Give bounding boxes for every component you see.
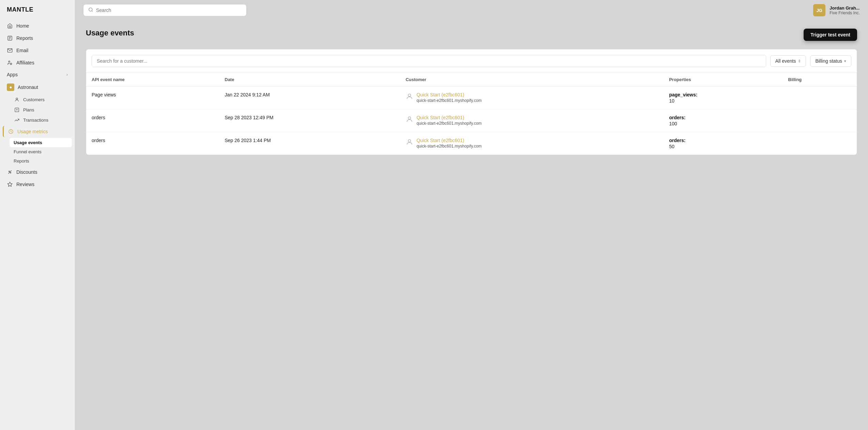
table-body: Page views Jan 22 2024 9:12 AM Quick Sta… bbox=[86, 87, 857, 155]
customer-info-2: Quick Start (e2fbc601) quick-start-e2fbc… bbox=[417, 138, 482, 149]
prop-key-2: orders: bbox=[669, 138, 777, 143]
astronaut-app-icon bbox=[7, 83, 14, 91]
sidebar-item-transactions[interactable]: Transactions bbox=[10, 115, 72, 125]
sidebar-item-email[interactable]: Email bbox=[3, 45, 72, 56]
sidebar-item-usage-metrics-label: Usage metrics bbox=[17, 129, 48, 134]
cell-date-0: Jan 22 2024 9:12 AM bbox=[219, 87, 400, 109]
sidebar-item-discounts-label: Discounts bbox=[16, 169, 37, 175]
svg-marker-16 bbox=[7, 182, 12, 186]
sidebar-item-reports-sub[interactable]: Reports bbox=[10, 156, 72, 166]
customer-domain-0: quick-start-e2fbc601.myshopify.com bbox=[417, 98, 482, 103]
table-head: API event name Date Customer Properties … bbox=[86, 73, 857, 87]
cell-billing-1 bbox=[783, 109, 857, 132]
sidebar-item-transactions-label: Transactions bbox=[23, 118, 48, 123]
plans-icon bbox=[14, 107, 20, 113]
customers-icon bbox=[14, 96, 20, 103]
cell-api-event-name-0: Page views bbox=[86, 87, 219, 109]
col-header-customer: Customer bbox=[400, 73, 664, 87]
prop-key-0: page_views: bbox=[669, 92, 777, 97]
customer-search-input[interactable] bbox=[92, 55, 766, 67]
sidebar-item-plans[interactable]: Plans bbox=[10, 105, 72, 115]
sidebar-nav: Home Reports Email Affiliates Apps › bbox=[0, 19, 75, 191]
sidebar-item-customers[interactable]: Customers bbox=[10, 94, 72, 105]
customer-info-1: Quick Start (e2fbc601) quick-start-e2fbc… bbox=[417, 115, 482, 126]
usage-sub-nav: Usage events Funnel events Reports bbox=[3, 138, 72, 166]
sidebar-item-email-label: Email bbox=[16, 48, 28, 53]
table-row: orders Sep 26 2023 1:44 PM Quick Start (… bbox=[86, 132, 857, 155]
sidebar-item-usage-events[interactable]: Usage events bbox=[10, 138, 72, 147]
reports-icon bbox=[7, 35, 13, 41]
email-icon bbox=[7, 47, 13, 53]
billing-status-filter-button[interactable]: Billing status ▾ bbox=[810, 55, 851, 67]
all-events-chevron-icon: ⇕ bbox=[798, 59, 801, 63]
sidebar-item-reports-sub-label: Reports bbox=[14, 158, 29, 164]
user-company: Five Friends Inc. bbox=[830, 11, 860, 15]
transactions-icon bbox=[14, 117, 20, 123]
reviews-icon bbox=[7, 181, 13, 187]
cell-properties-1: orders: 100 bbox=[664, 109, 782, 132]
trigger-test-event-button[interactable]: Trigger test event bbox=[804, 29, 857, 41]
customer-link-1[interactable]: Quick Start (e2fbc601) bbox=[417, 115, 482, 120]
customer-link-0[interactable]: Quick Start (e2fbc601) bbox=[417, 92, 482, 97]
sidebar-item-affiliates-label: Affiliates bbox=[16, 60, 34, 65]
search-bar-container[interactable] bbox=[83, 4, 247, 16]
sidebar-item-usage-metrics[interactable]: Usage metrics bbox=[3, 126, 72, 137]
col-header-billing: Billing bbox=[783, 73, 857, 87]
main-area: JG Jordan Grah... Five Friends Inc. Usag… bbox=[75, 0, 868, 430]
sidebar-item-funnel-events-label: Funnel events bbox=[14, 149, 42, 154]
sidebar-item-reviews-label: Reviews bbox=[16, 182, 34, 187]
customer-domain-1: quick-start-e2fbc601.myshopify.com bbox=[417, 121, 482, 126]
user-info: Jordan Grah... Five Friends Inc. bbox=[830, 5, 860, 15]
sidebar-item-plans-label: Plans bbox=[23, 107, 34, 112]
svg-point-8 bbox=[16, 98, 18, 99]
customer-link-2[interactable]: Quick Start (e2fbc601) bbox=[417, 138, 482, 143]
cell-date-1: Sep 28 2023 12:49 PM bbox=[219, 109, 400, 132]
cell-customer-2: Quick Start (e2fbc601) quick-start-e2fbc… bbox=[400, 132, 664, 155]
billing-status-chevron-icon: ▾ bbox=[844, 59, 846, 63]
customer-avatar-icon bbox=[406, 116, 413, 123]
sidebar-item-astronaut[interactable]: Astronaut bbox=[3, 81, 72, 94]
sidebar-item-reports-label: Reports bbox=[16, 35, 33, 41]
cell-date-2: Sep 26 2023 1:44 PM bbox=[219, 132, 400, 155]
billing-status-filter-label: Billing status bbox=[815, 58, 842, 64]
col-header-properties: Properties bbox=[664, 73, 782, 87]
apps-label: Apps bbox=[7, 72, 18, 77]
cell-billing-2 bbox=[783, 132, 857, 155]
sidebar-item-funnel-events[interactable]: Funnel events bbox=[10, 147, 72, 156]
user-area: JG Jordan Grah... Five Friends Inc. bbox=[813, 4, 860, 16]
table-row: Page views Jan 22 2024 9:12 AM Quick Sta… bbox=[86, 87, 857, 109]
search-icon bbox=[88, 7, 93, 13]
all-events-filter-label: All events bbox=[775, 58, 796, 64]
svg-point-6 bbox=[10, 63, 12, 64]
sidebar-item-home-label: Home bbox=[16, 23, 29, 29]
sidebar-item-reports[interactable]: Reports bbox=[3, 32, 72, 44]
table-row: orders Sep 28 2023 12:49 PM Quick Start … bbox=[86, 109, 857, 132]
topbar: JG Jordan Grah... Five Friends Inc. bbox=[75, 0, 868, 20]
svg-point-13 bbox=[9, 171, 10, 172]
col-header-date: Date bbox=[219, 73, 400, 87]
customer-domain-2: quick-start-e2fbc601.myshopify.com bbox=[417, 144, 482, 149]
cell-billing-0 bbox=[783, 87, 857, 109]
prop-val-2: 50 bbox=[669, 144, 777, 149]
home-icon bbox=[7, 23, 13, 29]
cell-api-event-name-2: orders bbox=[86, 132, 219, 155]
prop-key-1: orders: bbox=[669, 115, 777, 120]
all-events-filter-button[interactable]: All events ⇕ bbox=[770, 55, 806, 67]
sidebar-item-usage-events-label: Usage events bbox=[14, 140, 42, 145]
sidebar-item-affiliates[interactable]: Affiliates bbox=[3, 57, 72, 68]
apps-chevron-icon: › bbox=[66, 72, 68, 77]
sidebar-item-reviews[interactable]: Reviews bbox=[3, 179, 72, 190]
sidebar-item-discounts[interactable]: Discounts bbox=[3, 166, 72, 178]
sidebar-item-home[interactable]: Home bbox=[3, 20, 72, 32]
sidebar-item-astronaut-label: Astronaut bbox=[18, 85, 38, 90]
usage-events-table: API event name Date Customer Properties … bbox=[86, 73, 857, 155]
search-input[interactable] bbox=[96, 7, 242, 13]
cell-properties-2: orders: 50 bbox=[664, 132, 782, 155]
sidebar-item-customers-label: Customers bbox=[23, 97, 45, 102]
discounts-icon bbox=[7, 169, 13, 175]
apps-section[interactable]: Apps › bbox=[3, 69, 72, 80]
logo: MANTLE bbox=[0, 0, 75, 19]
svg-point-14 bbox=[10, 172, 11, 173]
customer-avatar-icon bbox=[406, 138, 413, 146]
svg-line-18 bbox=[92, 11, 93, 12]
